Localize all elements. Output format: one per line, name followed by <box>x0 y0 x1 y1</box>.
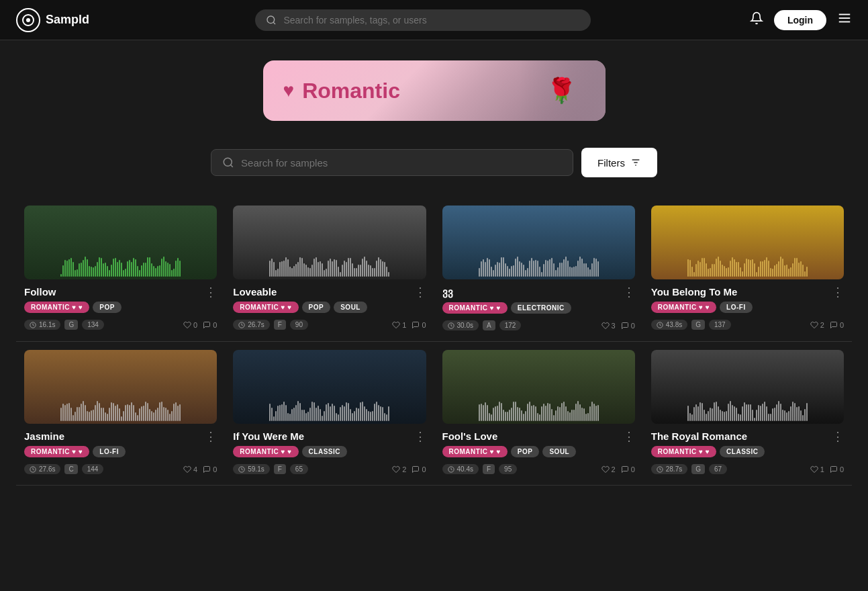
likes-action[interactable]: 1 <box>392 321 406 329</box>
likes-count: 0 <box>193 321 197 329</box>
waveform-bar <box>275 411 277 421</box>
waveform-bar <box>748 404 749 421</box>
likes-action[interactable]: 0 <box>183 321 197 329</box>
tag-romantic[interactable]: ROMANTIC ♥ <box>651 446 716 457</box>
notification-bell[interactable] <box>750 11 763 28</box>
waveform-bar <box>734 259 735 277</box>
card-tags: ROMANTIC ♥ELECTRONIC <box>442 302 635 314</box>
waveform-bar <box>283 261 285 277</box>
comments-action[interactable]: 0 <box>203 321 217 329</box>
waveform-bar <box>726 411 727 421</box>
card-thumbnail[interactable] <box>651 350 844 424</box>
waveform-bar <box>581 259 583 277</box>
tag-pop[interactable]: POP <box>93 302 122 313</box>
likes-action[interactable]: 2 <box>810 321 824 329</box>
card-thumbnail[interactable] <box>233 206 426 279</box>
header-search-input[interactable] <box>283 15 580 26</box>
waveform-bar <box>179 261 181 277</box>
likes-action[interactable]: 2 <box>392 465 406 473</box>
likes-action[interactable]: 3 <box>601 322 616 330</box>
tag-romantic[interactable]: ROMANTIC ♥ <box>233 446 298 457</box>
waveform-bar <box>565 257 567 277</box>
main-search-input[interactable] <box>241 157 562 169</box>
card-more-button[interactable]: ⋮ <box>623 285 635 300</box>
comments-action[interactable]: 0 <box>830 465 844 473</box>
waveform-bar <box>340 407 341 421</box>
card-thumbnail[interactable] <box>442 350 635 424</box>
card-thumbnail[interactable] <box>233 350 426 424</box>
filters-button[interactable]: Filters <box>581 148 657 177</box>
waveform-bar <box>318 262 319 277</box>
waveform-bar <box>756 272 757 277</box>
waveform-bar <box>714 264 715 277</box>
card-more-button[interactable]: ⋮ <box>832 285 844 300</box>
tag-romantic[interactable]: ROMANTIC ♥ <box>233 302 298 313</box>
waveform-bar <box>687 406 689 421</box>
tag-electronic[interactable]: ELECTRONIC <box>511 302 571 314</box>
card-more-button[interactable]: ⋮ <box>832 429 844 444</box>
hero-image-area: 🌹 <box>518 60 606 121</box>
tag-pop[interactable]: POP <box>511 446 540 457</box>
waveform-bar <box>324 270 325 277</box>
comments-action[interactable]: 0 <box>621 465 635 473</box>
card-title: Follow <box>24 286 217 298</box>
waveform-bar <box>764 402 765 421</box>
tag-lo-fi[interactable]: LO-FI <box>720 302 753 313</box>
card-thumbnail[interactable] <box>651 206 844 279</box>
tag-lo-fi[interactable]: LO-FI <box>93 446 126 457</box>
comments-action[interactable]: 0 <box>412 465 426 473</box>
card-more-button[interactable]: ⋮ <box>205 429 217 444</box>
hamburger-menu-button[interactable] <box>837 11 852 29</box>
waveform-bar <box>700 262 701 277</box>
comments-action[interactable]: 0 <box>830 321 844 329</box>
tag-classic[interactable]: CLASSIC <box>302 446 347 457</box>
tag-classic[interactable]: CLASSIC <box>720 446 765 457</box>
card-more-button[interactable]: ⋮ <box>414 429 426 444</box>
waveform-bar <box>495 406 496 421</box>
header-search-box[interactable] <box>255 9 591 31</box>
likes-action[interactable]: 1 <box>810 465 824 473</box>
card-more-button[interactable]: ⋮ <box>414 285 426 300</box>
waveform-bar <box>479 268 480 277</box>
tag-romantic[interactable]: ROMANTIC ♥ <box>24 446 89 457</box>
comments-action[interactable]: 0 <box>621 322 635 330</box>
key-badge: F <box>483 464 495 474</box>
bpm-badge: 90 <box>290 320 308 330</box>
waveform-bar <box>348 258 349 277</box>
waveform-bar <box>83 401 84 421</box>
waveform-bar <box>171 270 173 277</box>
tag-soul[interactable]: SOUL <box>542 446 576 457</box>
waveform-bar <box>742 271 743 277</box>
comments-action[interactable]: 0 <box>412 321 426 329</box>
card-thumbnail[interactable] <box>24 350 217 424</box>
waveform-bar <box>776 404 777 421</box>
tag-pop[interactable]: POP <box>302 302 331 313</box>
likes-action[interactable]: 2 <box>601 465 616 473</box>
waveform-bar <box>535 260 536 277</box>
waveform-bar <box>513 402 514 421</box>
tag-romantic[interactable]: ROMANTIC ♥ <box>442 302 508 314</box>
card-thumbnail[interactable] <box>442 206 635 279</box>
tag-romantic[interactable]: ROMANTIC ♥ <box>651 302 716 313</box>
waveform-bar <box>157 408 158 421</box>
card-more-button[interactable]: ⋮ <box>623 429 635 444</box>
duration-pill: 30.0s <box>442 320 479 330</box>
likes-action[interactable]: 4 <box>183 465 197 473</box>
card-thumbnail[interactable] <box>24 206 217 279</box>
waveform-bar <box>85 257 86 277</box>
waveform-bar <box>716 402 717 421</box>
card-tags: ROMANTIC ♥POPSOUL <box>233 302 426 313</box>
waveform-bar <box>718 257 719 277</box>
comments-action[interactable]: 0 <box>203 465 217 473</box>
waveform-bar <box>597 405 599 421</box>
tag-soul[interactable]: SOUL <box>334 302 367 313</box>
sample-card: If You Were Me ROMANTIC ♥CLASSIC ⋮ 59.1s… <box>225 342 434 486</box>
card-more-button[interactable]: ⋮ <box>205 285 217 300</box>
login-button[interactable]: Login <box>774 10 826 30</box>
tag-romantic[interactable]: ROMANTIC ♥ <box>442 446 508 457</box>
waveform-bar <box>340 272 341 277</box>
waveform-bar <box>802 415 804 421</box>
waveform-overlay <box>442 259 635 279</box>
tag-romantic[interactable]: ROMANTIC ♥ <box>24 302 89 313</box>
main-search-box[interactable] <box>211 149 573 176</box>
